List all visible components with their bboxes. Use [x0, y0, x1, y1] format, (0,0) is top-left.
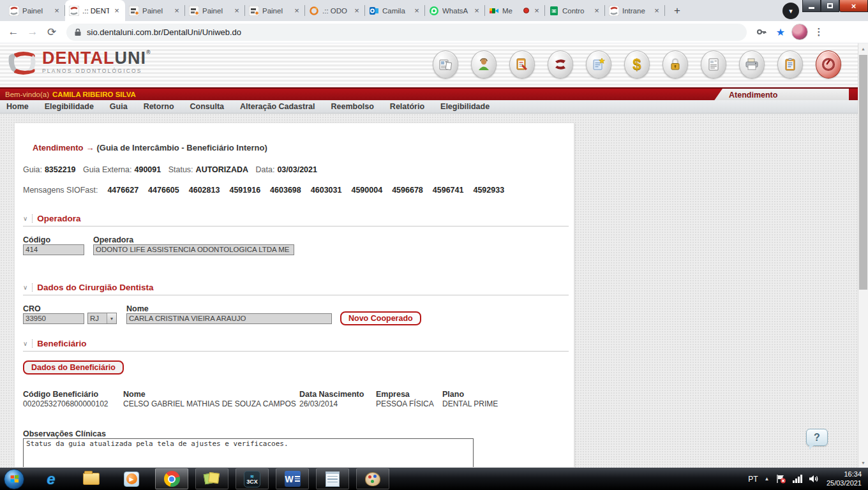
tab-title: Me — [502, 7, 520, 15]
taskbar-notepad[interactable] — [316, 468, 349, 489]
collapse-chevron-icon[interactable]: ∨ — [23, 285, 27, 291]
sheets-favicon — [549, 6, 559, 16]
tab-odo[interactable]: .:: ODO × — [305, 0, 365, 21]
taskbar-sticky-notes[interactable] — [195, 468, 228, 489]
tab-dentaluni-active[interactable]: .:: DENT × — [65, 0, 125, 21]
tab-painel-1[interactable]: Painel × — [5, 0, 65, 21]
tab-whatsapp[interactable]: WhatsA × — [425, 0, 485, 21]
taskbar-3cx[interactable]: ≋3CX — [236, 468, 269, 489]
tab-close-icon[interactable]: × — [292, 6, 301, 15]
nome-dentista-input: CARLA CRISTINA VIEIRA ARAUJO — [126, 313, 332, 324]
profile-avatar[interactable] — [791, 24, 808, 40]
tab-close-icon[interactable]: × — [592, 6, 601, 15]
tab-meet[interactable]: Me × — [485, 0, 545, 21]
taskbar-word[interactable]: W — [276, 468, 309, 489]
nav-reembolso[interactable]: Reembolso — [331, 102, 373, 111]
taskbar-internet-explorer[interactable]: e — [34, 468, 68, 489]
tab-close-icon[interactable]: × — [412, 6, 421, 15]
taskbar-chrome-active[interactable] — [155, 468, 188, 489]
help-button[interactable]: ? — [806, 429, 828, 446]
tab-close-icon[interactable]: × — [172, 6, 181, 15]
section-beneficiario-header[interactable]: ∨ Beneficiário — [23, 339, 87, 348]
nav-alteracao-cadastral[interactable]: Alteração Cadastral — [240, 102, 315, 111]
tab-close-icon[interactable]: × — [472, 6, 481, 15]
tab-close-icon[interactable]: × — [652, 6, 661, 15]
volume-icon[interactable] — [809, 474, 820, 484]
media-controls-button[interactable]: ▾ — [782, 3, 799, 19]
tab-close-icon[interactable]: × — [52, 6, 61, 15]
taskbar-media-player[interactable]: ▶ — [115, 468, 148, 489]
tab-close-icon[interactable]: × — [532, 6, 541, 15]
dentaluni-tooth-button[interactable] — [548, 50, 573, 78]
url-text[interactable]: sio.dentaluni.com.br/DentalUni/Uniweb.do — [87, 27, 241, 37]
nav-elegibilidade[interactable]: Elegibilidade — [45, 102, 94, 111]
bookmark-star-icon[interactable]: ★ — [772, 24, 789, 40]
nav-retorno[interactable]: Retorno — [144, 102, 174, 111]
nav-elegibilidade-2[interactable]: Elegibilidade — [440, 102, 490, 111]
minimize-button[interactable] — [802, 0, 821, 12]
password-key-icon[interactable] — [753, 24, 770, 40]
financial-button[interactable]: $ — [624, 50, 650, 78]
forward-button[interactable]: → — [24, 24, 41, 40]
novo-cooperado-button[interactable]: Novo Cooperado — [340, 311, 421, 325]
page-body: Atendimento→(Guia de Intercâmbio - Benef… — [0, 114, 858, 468]
language-indicator[interactable]: PT — [748, 475, 758, 484]
tab-painel-2[interactable]: Painel × — [125, 0, 185, 21]
hidden-icons-arrow[interactable]: ▲ — [765, 476, 770, 482]
scrollbar-thumb[interactable] — [859, 55, 867, 290]
attendant-button[interactable] — [471, 50, 497, 78]
tab-close-icon[interactable]: × — [352, 6, 361, 15]
tab-sheets[interactable]: Contro × — [545, 0, 605, 21]
printer-icon — [744, 57, 760, 72]
reports-button[interactable] — [433, 50, 458, 78]
clipboard-button[interactable] — [777, 50, 803, 78]
page-scrollbar[interactable]: ▲ ▼ — [858, 43, 868, 468]
collapse-chevron-icon[interactable]: ∨ — [23, 216, 27, 222]
section-operadora-header[interactable]: ∨ Operadora — [23, 214, 81, 223]
print-button[interactable] — [739, 50, 765, 78]
security-button[interactable] — [662, 50, 688, 78]
tab-painel-3[interactable]: Painel × — [185, 0, 245, 21]
observacoes-textarea[interactable]: Status da guia atualizada pela tela de a… — [23, 438, 474, 468]
lock-icon[interactable] — [74, 28, 82, 36]
collapse-chevron-icon[interactable]: ∨ — [23, 341, 27, 347]
network-signal-icon[interactable] — [793, 475, 802, 483]
back-button[interactable]: ← — [5, 24, 22, 40]
module-tab-atendimento[interactable]: Atendimento — [714, 89, 849, 101]
tab-intranet[interactable]: Intrane × — [605, 0, 665, 21]
nav-guia[interactable]: Guia — [110, 102, 128, 111]
address-bar[interactable]: sio.dentaluni.com.br/DentalUni/Uniweb.do — [66, 24, 747, 41]
logout-button[interactable] — [816, 50, 841, 78]
new-tab-button[interactable]: + — [669, 3, 685, 19]
nav-consulta[interactable]: Consulta — [190, 102, 224, 111]
tab-outlook[interactable]: Camila × — [365, 0, 425, 21]
beneficiario-empresa-column: Empresa PESSOA FÍSICA — [376, 390, 434, 408]
nav-relatorio[interactable]: Relatório — [390, 102, 424, 111]
dentaluni-favicon — [9, 6, 19, 16]
uf-select-value: RJ — [88, 313, 107, 323]
tab-close-icon[interactable]: × — [112, 6, 121, 15]
taskbar-file-explorer[interactable] — [75, 468, 108, 489]
new-note-button[interactable] — [586, 50, 611, 78]
section-dentista-header[interactable]: ∨ Dados do Cirurgião Dentista — [23, 283, 154, 292]
action-center-flag-icon[interactable] — [775, 474, 786, 484]
dados-beneficiario-button[interactable]: Dados do Beneficiário — [23, 360, 124, 375]
nav-home[interactable]: Home — [6, 102, 29, 111]
scroll-up-icon[interactable]: ▲ — [858, 43, 868, 54]
taskbar-paint[interactable] — [356, 468, 389, 489]
browser-menu-icon[interactable]: ⋮ — [811, 24, 827, 40]
guide-register-button[interactable] — [509, 50, 535, 78]
tab-painel-4[interactable]: Painel × — [245, 0, 305, 21]
taskbar-clock[interactable]: 16:34 25/03/2021 — [827, 470, 862, 487]
scroll-down-icon[interactable]: ▼ — [858, 457, 868, 468]
start-button[interactable] — [4, 469, 24, 489]
document-button[interactable] — [701, 50, 726, 78]
main-nav: Home Elegibilidade Guia Retorno Consulta… — [0, 100, 858, 114]
close-button[interactable]: × — [839, 0, 868, 12]
mensagem-id: 4596741 — [433, 186, 464, 195]
tab-title: Painel — [142, 7, 169, 15]
windows-logo-icon — [10, 475, 19, 483]
tab-close-icon[interactable]: × — [232, 6, 241, 15]
restore-button[interactable] — [821, 0, 839, 12]
reload-button[interactable]: ⟳ — [43, 24, 60, 40]
